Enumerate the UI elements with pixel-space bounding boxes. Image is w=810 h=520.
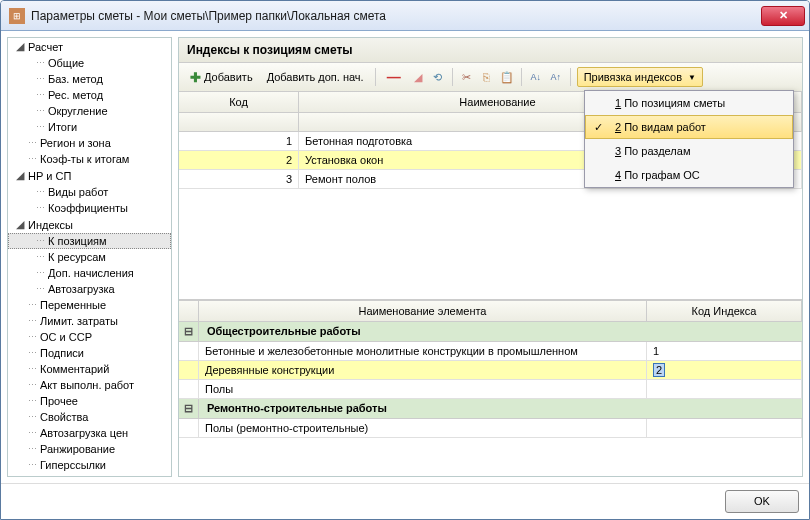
window-title: Параметры сметы - Мои сметы\Пример папки…	[31, 9, 761, 23]
tree-item[interactable]: ⋯Свойства	[8, 409, 171, 425]
paste-icon[interactable]: 📋	[499, 69, 515, 85]
tree-item[interactable]: ⋯Гиперссылки	[8, 457, 171, 473]
footer: OK	[1, 483, 809, 519]
sort-asc-icon[interactable]: A↓	[528, 69, 544, 85]
tree-item[interactable]: ◢НР и СП	[8, 167, 171, 184]
col-index-code[interactable]: Код Индекса	[647, 301, 802, 322]
binding-menu: 1 По позициям сметы✓2 По видам работ3 По…	[584, 90, 794, 188]
list-item[interactable]: Полы	[179, 380, 802, 399]
group-header[interactable]: ⊟Ремонтно-строительные работы	[179, 399, 802, 419]
refresh-icon[interactable]: ⟲	[430, 69, 446, 85]
expander-icon[interactable]: ◢	[16, 169, 26, 182]
list-item[interactable]: Деревянные конструкции2	[179, 361, 802, 380]
toolbar: ✚Добавить Добавить доп. нач. — ◢ ⟲ ✂ ⎘ 📋…	[179, 63, 802, 92]
add-button[interactable]: ✚Добавить	[185, 67, 258, 88]
tree-item[interactable]: ⋯Регион и зона	[8, 135, 171, 151]
tree-item[interactable]: ⋯Автозагрузка	[8, 281, 171, 297]
panel-title: Индексы к позициям сметы	[179, 38, 802, 63]
group-header[interactable]: ⊟Общестроительные работы	[179, 322, 802, 342]
list-item[interactable]: Полы (ремонтно-строительные)	[179, 419, 802, 438]
check-icon: ✓	[594, 121, 603, 134]
tree-item[interactable]: ⋯Акт выполн. работ	[8, 377, 171, 393]
tree-item[interactable]: ⋯Лимит. затраты	[8, 313, 171, 329]
col-code[interactable]: Код	[179, 92, 299, 113]
sort-desc-icon[interactable]: A↑	[548, 69, 564, 85]
binding-dropdown[interactable]: Привязка индексов ▼	[577, 67, 703, 87]
close-button[interactable]: ✕	[761, 6, 805, 26]
app-icon: ⊞	[9, 8, 25, 24]
tree-item[interactable]: ◢Индексы	[8, 216, 171, 233]
tree-item[interactable]: ⋯Итоги	[8, 119, 171, 135]
minus-icon: —	[387, 69, 401, 85]
menu-item[interactable]: 3 По разделам	[585, 139, 793, 163]
menu-item[interactable]: 4 По графам ОС	[585, 163, 793, 187]
collapse-icon[interactable]: ⊟	[179, 399, 199, 418]
ok-button[interactable]: OK	[725, 490, 799, 513]
main-panel: Индексы к позициям сметы ✚Добавить Добав…	[178, 37, 803, 477]
tree-item[interactable]: ⋯Виды работ	[8, 184, 171, 200]
tree-item[interactable]: ⋯Баз. метод	[8, 71, 171, 87]
cut-icon[interactable]: ✂	[459, 69, 475, 85]
col-element-name[interactable]: Наименование элемента	[199, 301, 647, 322]
tree-item[interactable]: ⋯Доп. начисления	[8, 265, 171, 281]
tree-item[interactable]: ⋯Коэф-ты к итогам	[8, 151, 171, 167]
titlebar: ⊞ Параметры сметы - Мои сметы\Пример пап…	[1, 1, 809, 31]
tree-item[interactable]: ⋯Рес. метод	[8, 87, 171, 103]
tree-item[interactable]: ◢Расчет	[8, 38, 171, 55]
tree-item[interactable]: ⋯Общие	[8, 55, 171, 71]
tree-item[interactable]: ⋯Комментарий	[8, 361, 171, 377]
menu-item[interactable]: 1 По позициям сметы	[585, 91, 793, 115]
delete-button[interactable]: —	[382, 66, 406, 88]
eraser-icon[interactable]: ◢	[410, 69, 426, 85]
expander-icon[interactable]: ◢	[16, 40, 26, 53]
sidebar-tree[interactable]: ◢Расчет⋯Общие⋯Баз. метод⋯Рес. метод⋯Окру…	[7, 37, 172, 477]
tree-item[interactable]: ⋯ОС и ССР	[8, 329, 171, 345]
tree-item[interactable]: ⋯Коэффициенты	[8, 200, 171, 216]
chevron-down-icon: ▼	[688, 73, 696, 82]
tree-item[interactable]: ⋯К позициям	[8, 233, 171, 249]
add-extra-button[interactable]: Добавить доп. нач.	[262, 68, 369, 86]
copy-icon[interactable]: ⎘	[479, 69, 495, 85]
menu-item[interactable]: ✓2 По видам работ	[585, 115, 793, 139]
elements-grid[interactable]: Наименование элемента Код Индекса ⊟Общес…	[179, 300, 802, 438]
tree-item[interactable]: ⋯Округление	[8, 103, 171, 119]
tree-item[interactable]: ⋯Прочее	[8, 393, 171, 409]
tree-item[interactable]: ⋯Автозагрузка цен	[8, 425, 171, 441]
list-item[interactable]: Бетонные и железобетонные монолитные кон…	[179, 342, 802, 361]
expander-icon[interactable]: ◢	[16, 218, 26, 231]
tree-item[interactable]: ⋯Подписи	[8, 345, 171, 361]
code-input[interactable]: 2	[653, 363, 665, 377]
tree-item[interactable]: ⋯К ресурсам	[8, 249, 171, 265]
tree-item[interactable]: ⋯Переменные	[8, 297, 171, 313]
tree-item[interactable]: ⋯Ранжирование	[8, 441, 171, 457]
plus-icon: ✚	[190, 70, 201, 85]
collapse-icon[interactable]: ⊟	[179, 322, 199, 341]
